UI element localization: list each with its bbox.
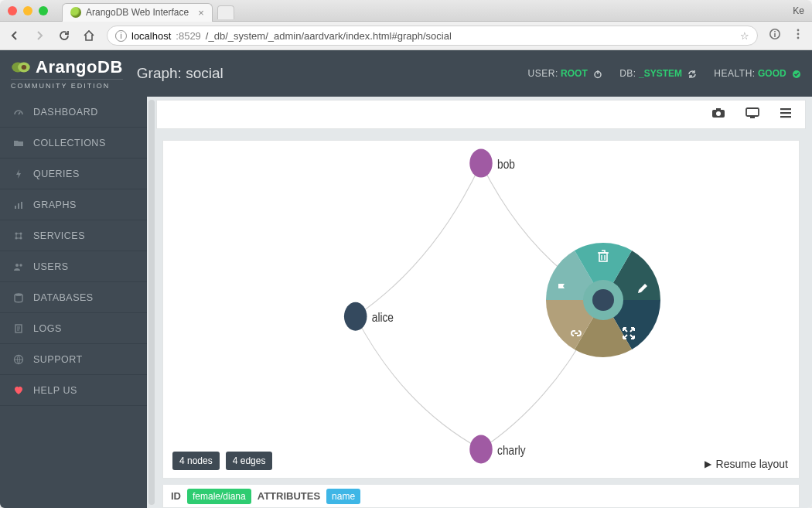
graph-node-label: alice [372, 309, 394, 324]
database-icon [12, 292, 24, 303]
sidebar-item-dashboard[interactable]: DASHBOARD [0, 97, 147, 128]
flag-icon[interactable] [554, 281, 570, 296]
tab-title: ArangoDB Web Interface [86, 7, 189, 18]
maximize-window-button[interactable] [39, 6, 48, 15]
status-db[interactable]: DB: _SYSTEM [619, 68, 697, 79]
scrollbar[interactable] [148, 100, 155, 505]
graph-node-alice[interactable] [344, 302, 367, 331]
refresh-icon[interactable] [687, 70, 697, 79]
status-db-label: DB: [619, 68, 636, 79]
info-bar: ID female/diana ATTRIBUTES name [162, 485, 800, 508]
resume-layout-button[interactable]: ▶ Resume layout [705, 458, 788, 470]
brand-name: ArangoDB [36, 57, 123, 77]
logo-icon [11, 60, 31, 75]
svg-point-3 [797, 29, 800, 32]
power-icon[interactable] [593, 70, 602, 79]
sidebar-item-services[interactable]: SERVICES [0, 220, 147, 251]
sidebar-item-label: USERS [33, 261, 69, 272]
status-bar: USER: ROOT DB: _SYSTEM HEALTH: GOOD [528, 68, 801, 79]
link-icon[interactable] [568, 326, 584, 341]
favicon-icon [70, 7, 81, 18]
info-attr-label: ATTRIBUTES [258, 490, 320, 502]
url-field[interactable]: i localhost:8529/_db/_system/_admin/aard… [107, 26, 758, 46]
sidebar-item-label: SERVICES [33, 230, 85, 241]
app-body: DASHBOARD COLLECTIONS QUERIES GRAPHS SER… [0, 97, 812, 508]
sidebar-item-collections[interactable]: COLLECTIONS [0, 128, 147, 159]
status-health-value: GOOD [758, 68, 786, 79]
svg-point-21 [15, 293, 22, 296]
address-bar: i localhost:8529/_db/_system/_admin/aard… [0, 22, 812, 50]
svg-point-26 [716, 111, 721, 116]
sidebar-item-label: DATABASES [33, 292, 94, 303]
svg-rect-34 [599, 253, 607, 261]
profile-label[interactable]: Ke [793, 5, 804, 16]
graph-stats: 4 nodes 4 edges [172, 452, 272, 470]
status-user-value: ROOT [561, 68, 588, 79]
browser-window: ArangoDB Web Interface × Ke i localhost:… [0, 0, 812, 508]
svg-point-20 [19, 264, 22, 266]
close-window-button[interactable] [8, 6, 17, 15]
topbar: ArangoDB COMMUNITY EDITION Graph: social… [0, 50, 812, 97]
status-user[interactable]: USER: ROOT [528, 68, 603, 79]
graph-node-label: charly [497, 442, 526, 457]
minimize-window-button[interactable] [23, 6, 32, 15]
svg-rect-31 [780, 116, 791, 118]
logs-icon [12, 323, 24, 334]
home-button[interactable] [82, 29, 96, 43]
reload-button[interactable] [57, 29, 71, 43]
brand-edition: COMMUNITY EDITION [11, 79, 123, 90]
graph-edge[interactable] [356, 316, 481, 449]
sidebar-item-graphs[interactable]: GRAPHS [0, 189, 147, 220]
sidebar-item-logs[interactable]: LOGS [0, 313, 147, 344]
svg-rect-14 [21, 202, 22, 209]
close-tab-icon[interactable]: × [198, 7, 204, 19]
sidebar-item-users[interactable]: USERS [0, 251, 147, 282]
app: ArangoDB COMMUNITY EDITION Graph: social… [0, 50, 812, 508]
expand-icon[interactable] [621, 326, 636, 341]
svg-rect-27 [746, 108, 759, 116]
sidebar-item-databases[interactable]: DATABASES [0, 282, 147, 313]
pencil-icon[interactable] [635, 281, 650, 296]
graph-canvas[interactable]: bobalicecharlyd [162, 140, 800, 479]
sidebar-item-helpus[interactable]: HELP US [0, 375, 147, 406]
nodes-badge: 4 nodes [172, 452, 220, 470]
trash-icon[interactable] [595, 248, 611, 264]
menu-icon[interactable] [792, 28, 804, 43]
svg-rect-25 [716, 108, 721, 111]
svg-rect-2 [774, 31, 776, 32]
graph-edge[interactable] [356, 163, 481, 316]
svg-rect-28 [750, 117, 755, 118]
graph-node-bob[interactable] [469, 149, 493, 178]
brand[interactable]: ArangoDB COMMUNITY EDITION [11, 57, 123, 90]
sidebar-item-support[interactable]: SUPPORT [0, 344, 147, 375]
folder-icon [12, 138, 24, 148]
back-button[interactable] [8, 29, 22, 43]
status-health: HEALTH: GOOD [714, 68, 801, 79]
url-host: localhost [131, 30, 171, 42]
camera-icon[interactable] [711, 105, 726, 124]
new-tab-button[interactable] [217, 5, 234, 19]
page-info-icon[interactable] [769, 28, 781, 43]
info-attr-value: name [326, 489, 360, 504]
sidebar-item-label: HELP US [33, 385, 77, 396]
play-icon: ▶ [705, 459, 711, 469]
sidebar-item-queries[interactable]: QUERIES [0, 159, 147, 189]
forward-button[interactable] [32, 29, 46, 43]
sidebar-item-label: LOGS [33, 323, 62, 334]
browser-tab[interactable]: ArangoDB Web Interface × [62, 3, 213, 22]
graph-node-label: bob [497, 156, 515, 171]
sidebar-item-label: COLLECTIONS [33, 138, 106, 148]
svg-rect-1 [774, 33, 776, 37]
svg-rect-13 [18, 203, 19, 209]
hamburger-icon[interactable] [779, 106, 793, 123]
status-user-label: USER: [528, 68, 558, 79]
bookmark-icon[interactable]: ☆ [740, 30, 749, 42]
url-path: /_db/_system/_admin/aardvark/index.html#… [206, 30, 452, 42]
check-circle-icon [792, 70, 801, 79]
graph-node-charly[interactable] [469, 435, 493, 464]
site-info-icon[interactable]: i [115, 30, 127, 42]
status-db-value: _SYSTEM [639, 68, 682, 79]
monitor-icon[interactable] [745, 105, 760, 124]
status-health-label: HEALTH: [714, 68, 755, 79]
globe-icon [12, 354, 24, 365]
